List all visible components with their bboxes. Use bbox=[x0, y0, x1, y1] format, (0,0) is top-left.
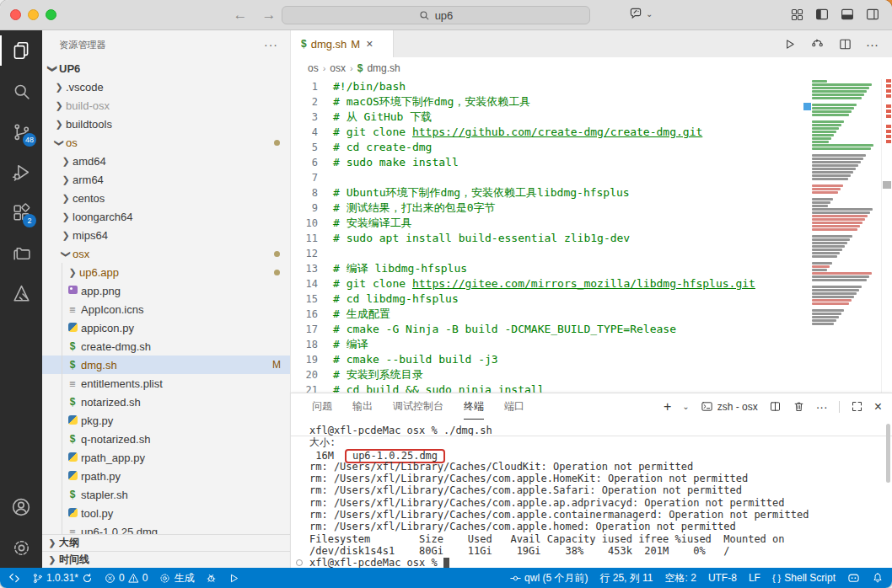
customize-layout-button[interactable] bbox=[790, 8, 804, 22]
activity-extensions-button[interactable]: 2 bbox=[0, 192, 42, 233]
tree-item-pkg.py[interactable]: pkg.py bbox=[42, 411, 290, 430]
split-terminal-button[interactable] bbox=[769, 400, 782, 413]
run-file-button[interactable] bbox=[782, 37, 797, 51]
code-line[interactable]: 14# git clone https://gitee.com/mirrors_… bbox=[291, 276, 892, 291]
sidebar-section-outline[interactable]: ❯大纲 bbox=[42, 534, 290, 551]
status-notifications[interactable] bbox=[872, 572, 884, 584]
code-line[interactable]: 2# macOS环境下制作dmg，安装依赖工具 bbox=[291, 94, 892, 110]
kill-terminal-button[interactable] bbox=[793, 400, 805, 413]
code-line[interactable]: 10# 安装编译工具 bbox=[291, 216, 892, 231]
status-eol[interactable]: LF bbox=[749, 572, 760, 584]
activity-source-control-button[interactable]: 48 bbox=[0, 111, 42, 152]
minimap[interactable] bbox=[808, 79, 881, 393]
tree-item-os[interactable]: ❯os bbox=[42, 133, 290, 152]
sidebar-section-timeline[interactable]: ❯时间线 bbox=[42, 551, 290, 568]
code-line[interactable]: 1#!/bin/bash bbox=[291, 79, 892, 94]
status-cmake-debug[interactable] bbox=[206, 573, 217, 584]
activity-run-and-debug-button[interactable] bbox=[0, 152, 42, 192]
code-line[interactable]: 12 bbox=[291, 246, 892, 261]
tab-dmg-sh[interactable]: $ dmg.sh M × bbox=[291, 30, 394, 57]
code-line[interactable]: 11# sudo apt install build-essential zli… bbox=[291, 231, 892, 246]
tree-item-centos[interactable]: ❯centos bbox=[42, 189, 290, 207]
breadcrumb-item[interactable]: osx bbox=[330, 62, 346, 74]
toggle-secondary-sidebar-button[interactable] bbox=[865, 7, 880, 22]
tree-item-.vscode[interactable]: ❯.vscode bbox=[42, 78, 290, 96]
status-git-branch[interactable]: 1.0.31* bbox=[32, 572, 93, 584]
status-problems[interactable]: 00 bbox=[105, 572, 148, 584]
tree-item-buildtools[interactable]: ❯buildtools bbox=[42, 115, 290, 133]
terminal-instance-zsh[interactable]: zsh - osx bbox=[701, 400, 758, 413]
minimize-window-button[interactable] bbox=[28, 9, 39, 20]
terminal[interactable]: xfl@xfl-pcdeMac osx % ./dmg.sh大小: 16Mup6… bbox=[309, 425, 892, 569]
tree-item-build-osx[interactable]: ❯build-osx bbox=[42, 96, 290, 115]
code-link[interactable]: https://gitee.com/mirrors_mozilla/libdmg… bbox=[412, 277, 755, 290]
tree-item-create-dmg.sh[interactable]: $create-dmg.sh bbox=[42, 337, 290, 355]
code-editor[interactable]: 1#!/bin/bash2# macOS环境下制作dmg，安装依赖工具3# 从 … bbox=[291, 79, 892, 393]
chat-button[interactable]: ⌄ bbox=[628, 6, 653, 21]
code-link[interactable]: https://github.com/create-dmg/create-dmg… bbox=[412, 126, 702, 138]
code-line[interactable]: 4# git clone https://github.com/create-d… bbox=[291, 125, 892, 140]
code-line[interactable]: 5# cd create-dmg bbox=[291, 140, 892, 155]
code-line[interactable]: 20# 安装到系统目录 bbox=[291, 367, 892, 382]
tree-item-rpath.py[interactable]: rpath.py bbox=[42, 467, 290, 485]
split-editor-button[interactable] bbox=[838, 37, 852, 51]
tree-item-up6-1.0.25.dmg[interactable]: ≣up6-1.0.25.dmg bbox=[42, 522, 290, 534]
status-cmake-build[interactable]: 生成 bbox=[159, 571, 194, 585]
code-line[interactable]: 19# cmake --build build -j3 bbox=[291, 352, 892, 367]
status-copilot[interactable] bbox=[847, 572, 860, 585]
tree-item-tool.py[interactable]: tool.py bbox=[42, 504, 290, 522]
close-window-button[interactable] bbox=[10, 9, 21, 20]
code-line[interactable]: 15# cd libdmg-hfsplus bbox=[291, 291, 892, 307]
code-line[interactable]: 6# sudo make install bbox=[291, 155, 892, 170]
status-cmake-launch[interactable] bbox=[228, 573, 239, 584]
code-line[interactable]: 13# 编译 libdmg-hfsplus bbox=[291, 261, 892, 276]
maximize-panel-button[interactable] bbox=[851, 400, 863, 413]
terminal-dropdown-icon[interactable]: ⌄ bbox=[682, 402, 689, 411]
panel-tab-端口[interactable]: 端口 bbox=[504, 393, 524, 420]
toggle-primary-sidebar-button[interactable] bbox=[814, 7, 830, 22]
tree-item-arm64[interactable]: ❯arm64 bbox=[42, 170, 290, 189]
panel-tab-输出[interactable]: 输出 bbox=[352, 393, 373, 420]
status-encoding[interactable]: UTF-8 bbox=[708, 572, 737, 584]
activity-cmake-button[interactable] bbox=[0, 273, 42, 313]
tree-item-loongarch64[interactable]: ❯loongarch64 bbox=[42, 207, 290, 226]
status-remote-indicator[interactable] bbox=[8, 572, 20, 584]
command-decoration-icon[interactable] bbox=[296, 559, 303, 566]
panel-tab-终端[interactable]: 终端 bbox=[464, 393, 484, 420]
code-line[interactable]: 9# 测试结果，打出来的包是0字节 bbox=[291, 200, 892, 216]
activity-search-button[interactable] bbox=[0, 71, 42, 111]
activity-account-button[interactable] bbox=[0, 487, 42, 527]
zoom-window-button[interactable] bbox=[46, 9, 56, 20]
code-line[interactable]: 8# Ubuntu环境下制作dmg，安装依赖工具libdmg-hfsplus bbox=[291, 185, 892, 200]
activity-settings-button[interactable] bbox=[0, 527, 42, 568]
breadcrumb-item[interactable]: os bbox=[308, 62, 319, 74]
tree-item-q-notarized.sh[interactable]: $q-notarized.sh bbox=[42, 430, 290, 448]
scrollbar-slider[interactable] bbox=[883, 181, 891, 189]
command-center-search[interactable]: up6 bbox=[282, 6, 590, 24]
tree-item-stapler.sh[interactable]: $stapler.sh bbox=[42, 485, 290, 504]
code-line[interactable]: 18# 编译 bbox=[291, 337, 892, 352]
tree-item-osx[interactable]: ❯osx bbox=[42, 244, 290, 263]
tree-item-entitlements.plist[interactable]: ≣entitlements.plist bbox=[42, 374, 290, 393]
history-back-button[interactable]: ← bbox=[231, 5, 250, 25]
overview-ruler[interactable] bbox=[881, 79, 892, 393]
code-line[interactable]: 16# 生成配置 bbox=[291, 307, 892, 322]
activity-remote-folder-button[interactable] bbox=[0, 233, 42, 273]
status-language-mode[interactable]: { }Shell Script bbox=[772, 572, 836, 584]
tree-item-rpath_app.py[interactable]: rpath_app.py bbox=[42, 448, 290, 467]
terminal-scrollbar[interactable] bbox=[886, 424, 890, 483]
close-panel-icon[interactable]: × bbox=[874, 399, 882, 414]
new-terminal-button[interactable]: + bbox=[664, 399, 671, 414]
tree-item-notarized.sh[interactable]: $notarized.sh bbox=[42, 393, 290, 411]
tree-item-up6.app[interactable]: ❯up6.app bbox=[42, 263, 290, 281]
status-indentation[interactable]: 空格: 2 bbox=[665, 571, 696, 585]
code-line[interactable]: 7 bbox=[291, 170, 892, 185]
more-actions-icon[interactable]: ··· bbox=[264, 38, 278, 51]
code-line[interactable]: 17# cmake -G Ninja -B build -DCMAKE_BUIL… bbox=[291, 322, 892, 337]
code-line[interactable]: 3# 从 GitHub 下载 bbox=[291, 110, 892, 125]
code-line[interactable]: 21# cd build && sudo ninja install bbox=[291, 382, 892, 393]
open-changes-button[interactable] bbox=[810, 37, 825, 51]
tab-close-icon[interactable]: × bbox=[366, 37, 373, 51]
tree-item-appicon.py[interactable]: appicon.py bbox=[42, 318, 290, 337]
toggle-panel-button[interactable] bbox=[840, 7, 855, 22]
